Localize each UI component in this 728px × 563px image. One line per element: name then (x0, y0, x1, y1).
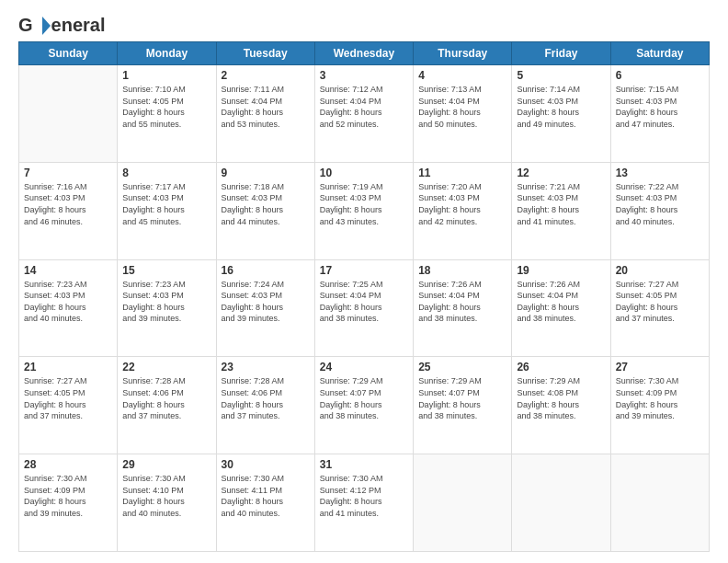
svg-marker-0 (42, 17, 51, 35)
day-info: Sunrise: 7:28 AM Sunset: 4:06 PM Dayligh… (222, 375, 310, 421)
day-info: Sunrise: 7:20 AM Sunset: 4:03 PM Dayligh… (418, 181, 506, 227)
header: G eneral (18, 15, 710, 32)
logo-icon (34, 17, 51, 35)
calendar-cell: 6Sunrise: 7:15 AM Sunset: 4:03 PM Daylig… (610, 65, 709, 163)
calendar-cell: 28Sunrise: 7:30 AM Sunset: 4:09 PM Dayli… (19, 454, 118, 552)
weekday-header-monday: Monday (118, 42, 216, 65)
calendar-cell: 12Sunrise: 7:21 AM Sunset: 4:03 PM Dayli… (512, 162, 610, 259)
day-number: 12 (517, 167, 605, 179)
calendar-cell (610, 454, 709, 552)
calendar-cell (19, 65, 118, 163)
day-info: Sunrise: 7:17 AM Sunset: 4:03 PM Dayligh… (122, 181, 210, 227)
calendar-cell: 10Sunrise: 7:19 AM Sunset: 4:03 PM Dayli… (314, 162, 413, 259)
day-info: Sunrise: 7:21 AM Sunset: 4:03 PM Dayligh… (517, 181, 605, 227)
day-number: 7 (24, 167, 112, 179)
calendar-cell: 11Sunrise: 7:20 AM Sunset: 4:03 PM Dayli… (414, 162, 512, 259)
day-info: Sunrise: 7:23 AM Sunset: 4:03 PM Dayligh… (122, 279, 210, 325)
day-number: 15 (122, 264, 210, 277)
calendar-cell: 7Sunrise: 7:16 AM Sunset: 4:03 PM Daylig… (19, 162, 118, 259)
calendar-cell: 19Sunrise: 7:26 AM Sunset: 4:04 PM Dayli… (512, 259, 610, 357)
week-row-0: 1Sunrise: 7:10 AM Sunset: 4:05 PM Daylig… (19, 65, 710, 163)
calendar-cell: 27Sunrise: 7:30 AM Sunset: 4:09 PM Dayli… (610, 357, 709, 454)
day-number: 13 (616, 167, 704, 179)
day-info: Sunrise: 7:30 AM Sunset: 4:11 PM Dayligh… (222, 473, 310, 519)
day-info: Sunrise: 7:29 AM Sunset: 4:07 PM Dayligh… (320, 375, 408, 421)
weekday-header-saturday: Saturday (610, 42, 709, 65)
logo: G eneral (18, 15, 106, 32)
calendar-cell: 1Sunrise: 7:10 AM Sunset: 4:05 PM Daylig… (118, 65, 216, 163)
day-number: 20 (616, 264, 704, 277)
day-info: Sunrise: 7:16 AM Sunset: 4:03 PM Dayligh… (24, 181, 112, 227)
day-info: Sunrise: 7:19 AM Sunset: 4:03 PM Dayligh… (320, 181, 408, 227)
day-info: Sunrise: 7:14 AM Sunset: 4:03 PM Dayligh… (517, 84, 605, 130)
calendar-cell: 15Sunrise: 7:23 AM Sunset: 4:03 PM Dayli… (118, 259, 216, 357)
calendar-cell: 21Sunrise: 7:27 AM Sunset: 4:05 PM Dayli… (19, 357, 118, 454)
day-number: 27 (616, 361, 704, 373)
day-number: 5 (517, 69, 605, 82)
logo-general-rest: eneral (51, 15, 106, 36)
day-number: 30 (222, 458, 310, 471)
weekday-header-thursday: Thursday (414, 42, 512, 65)
day-info: Sunrise: 7:12 AM Sunset: 4:04 PM Dayligh… (320, 84, 408, 130)
day-info: Sunrise: 7:27 AM Sunset: 4:05 PM Dayligh… (616, 279, 704, 325)
week-row-2: 14Sunrise: 7:23 AM Sunset: 4:03 PM Dayli… (19, 259, 710, 357)
calendar-cell: 24Sunrise: 7:29 AM Sunset: 4:07 PM Dayli… (314, 357, 413, 454)
calendar-cell: 5Sunrise: 7:14 AM Sunset: 4:03 PM Daylig… (512, 65, 610, 163)
calendar-cell: 8Sunrise: 7:17 AM Sunset: 4:03 PM Daylig… (118, 162, 216, 259)
calendar-cell: 22Sunrise: 7:28 AM Sunset: 4:06 PM Dayli… (118, 357, 216, 454)
calendar-cell: 25Sunrise: 7:29 AM Sunset: 4:07 PM Dayli… (414, 357, 512, 454)
day-number: 3 (320, 69, 408, 82)
day-number: 14 (24, 264, 112, 277)
day-number: 19 (517, 264, 605, 277)
day-info: Sunrise: 7:29 AM Sunset: 4:08 PM Dayligh… (517, 375, 605, 421)
day-info: Sunrise: 7:15 AM Sunset: 4:03 PM Dayligh… (616, 84, 704, 130)
calendar-cell: 31Sunrise: 7:30 AM Sunset: 4:12 PM Dayli… (314, 454, 413, 552)
day-number: 4 (418, 69, 506, 82)
day-info: Sunrise: 7:18 AM Sunset: 4:03 PM Dayligh… (222, 181, 310, 227)
day-info: Sunrise: 7:24 AM Sunset: 4:03 PM Dayligh… (222, 279, 310, 325)
day-number: 8 (122, 167, 210, 179)
calendar-cell: 2Sunrise: 7:11 AM Sunset: 4:04 PM Daylig… (216, 65, 314, 163)
calendar-cell: 18Sunrise: 7:26 AM Sunset: 4:04 PM Dayli… (414, 259, 512, 357)
calendar-table: SundayMondayTuesdayWednesdayThursdayFrid… (18, 41, 710, 552)
day-info: Sunrise: 7:11 AM Sunset: 4:04 PM Dayligh… (222, 84, 310, 130)
day-number: 17 (320, 264, 408, 277)
calendar-cell (512, 454, 610, 552)
weekday-header-tuesday: Tuesday (216, 42, 314, 65)
day-info: Sunrise: 7:25 AM Sunset: 4:04 PM Dayligh… (320, 279, 408, 325)
calendar-cell: 26Sunrise: 7:29 AM Sunset: 4:08 PM Dayli… (512, 357, 610, 454)
calendar-cell: 30Sunrise: 7:30 AM Sunset: 4:11 PM Dayli… (216, 454, 314, 552)
calendar-cell: 3Sunrise: 7:12 AM Sunset: 4:04 PM Daylig… (314, 65, 413, 163)
day-info: Sunrise: 7:22 AM Sunset: 4:03 PM Dayligh… (616, 181, 704, 227)
day-number: 21 (24, 361, 112, 373)
day-info: Sunrise: 7:26 AM Sunset: 4:04 PM Dayligh… (418, 279, 506, 325)
week-row-3: 21Sunrise: 7:27 AM Sunset: 4:05 PM Dayli… (19, 357, 710, 454)
day-number: 24 (320, 361, 408, 373)
weekday-header-friday: Friday (512, 42, 610, 65)
week-row-4: 28Sunrise: 7:30 AM Sunset: 4:09 PM Dayli… (19, 454, 710, 552)
day-number: 10 (320, 167, 408, 179)
day-number: 1 (122, 69, 210, 82)
day-number: 31 (320, 458, 408, 471)
calendar-cell: 16Sunrise: 7:24 AM Sunset: 4:03 PM Dayli… (216, 259, 314, 357)
page: G eneral SundayMondayTuesdayWednesdayThu… (0, 0, 728, 563)
week-row-1: 7Sunrise: 7:16 AM Sunset: 4:03 PM Daylig… (19, 162, 710, 259)
day-number: 2 (222, 69, 310, 82)
weekday-header-sunday: Sunday (19, 42, 118, 65)
day-info: Sunrise: 7:30 AM Sunset: 4:10 PM Dayligh… (122, 473, 210, 519)
day-info: Sunrise: 7:10 AM Sunset: 4:05 PM Dayligh… (122, 84, 210, 130)
weekday-header-wednesday: Wednesday (314, 42, 413, 65)
day-number: 29 (122, 458, 210, 471)
day-info: Sunrise: 7:28 AM Sunset: 4:06 PM Dayligh… (122, 375, 210, 421)
calendar-cell (414, 454, 512, 552)
day-info: Sunrise: 7:13 AM Sunset: 4:04 PM Dayligh… (418, 84, 506, 130)
day-number: 16 (222, 264, 310, 277)
calendar-cell: 20Sunrise: 7:27 AM Sunset: 4:05 PM Dayli… (610, 259, 709, 357)
day-info: Sunrise: 7:30 AM Sunset: 4:12 PM Dayligh… (320, 473, 408, 519)
day-info: Sunrise: 7:23 AM Sunset: 4:03 PM Dayligh… (24, 279, 112, 325)
day-info: Sunrise: 7:26 AM Sunset: 4:04 PM Dayligh… (517, 279, 605, 325)
calendar-cell: 4Sunrise: 7:13 AM Sunset: 4:04 PM Daylig… (414, 65, 512, 163)
day-info: Sunrise: 7:29 AM Sunset: 4:07 PM Dayligh… (418, 375, 506, 421)
logo-general-g: G (18, 15, 33, 36)
day-number: 25 (418, 361, 506, 373)
